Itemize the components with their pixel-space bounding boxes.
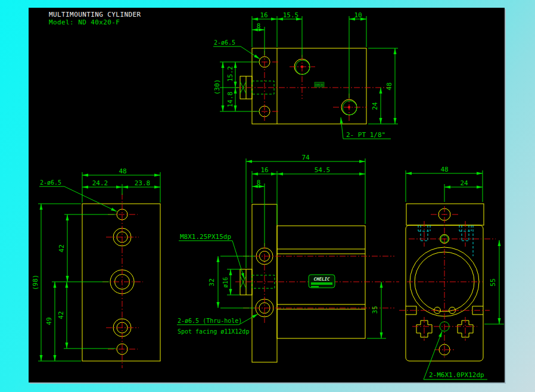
dim-49-label: 49 <box>45 317 53 325</box>
top-view-dimensions: 16 15.5 10 8 (30) 15.2 14.8 48 24 2-ø6.5 <box>213 11 398 139</box>
brand-stamp: CHELIC <box>309 275 335 288</box>
cad-application-background: { "title": { "name": "MULTIMOUNTING CYLI… <box>0 0 535 392</box>
side-view-plate-outline <box>82 204 160 361</box>
drawing-title: MULTIMOUNTING CYLINDER <box>49 11 141 18</box>
side-view-dimensions: 48 24.2 23.8 2-ø6.5 (98) 49 42 42 <box>32 167 160 361</box>
top-hole-callout: 2-ø6.5 <box>214 39 235 46</box>
dim-55-label: 55 <box>489 278 497 286</box>
dim-54-5-label: 54.5 <box>315 166 331 174</box>
title-block: MULTIMOUNTING CYLINDER Model: ND 40x20-F <box>49 11 141 26</box>
dim-dia16-label: ø16 <box>222 277 229 288</box>
side-hole-callout: 2-ø6.5 <box>40 179 61 186</box>
dim-23-8-label: 23.8 <box>135 179 151 187</box>
thru-hole-callout: 2-ø6.5 (Thru-hole) <box>178 318 242 324</box>
drawing-canvas[interactable]: MULTIMOUNTING CYLINDER Model: ND 40x20-F <box>29 8 505 382</box>
dim-14-8-label: 14.8 <box>226 92 234 108</box>
dim-98-label: (98) <box>32 275 39 291</box>
dim-16-label: 16 <box>260 166 268 174</box>
m6-thread-callout: 2-M6X1.0PX12dp <box>429 371 484 379</box>
brand-stamp-subline <box>311 286 319 288</box>
port-callout: 2- PT 1/8" <box>346 131 385 139</box>
top-view-geometry: CHELIC <box>236 48 391 124</box>
dim-24-2-label: 24.2 <box>92 179 108 187</box>
end-view: 48 24 55 2-M6X1.0PX12dp <box>399 166 504 379</box>
rod-thread-callout: M8X1.25PX15dp <box>180 233 231 241</box>
dim-48-label: 48 <box>440 166 448 173</box>
dim-8-label: 8 <box>257 22 261 30</box>
dim-48-label: 48 <box>119 167 126 175</box>
side-view: 48 24.2 23.8 2-ø6.5 (98) 49 42 42 <box>32 167 160 368</box>
brand-stamp-small-text: CHELIC <box>315 83 324 86</box>
front-view-dimensions: 74 16 54.5 8 M8X1.25PX15dp 32 ø16 2-ø6.5… <box>177 154 386 338</box>
dim-48-label: 48 <box>385 82 393 90</box>
dim-10-label: 10 <box>354 11 362 19</box>
dim-24-label: 24 <box>371 102 379 110</box>
dim-35-label: 35 <box>371 306 379 313</box>
dim-15-5-label: 15.5 <box>283 11 299 19</box>
end-view-dimensions: 48 24 55 2-M6X1.0PX12dp <box>406 166 504 379</box>
drawing-model: Model: ND 40x20-F <box>49 18 120 26</box>
brand-stamp-text: CHELIC <box>313 276 330 282</box>
dim-30-label: (30) <box>213 79 221 95</box>
spot-facing-callout: Spot facing ø11X12dp <box>178 328 249 335</box>
dim-24-label: 24 <box>460 179 468 187</box>
end-view-geometry <box>399 204 490 361</box>
dim-74-label: 74 <box>301 154 310 161</box>
brand-stamp-subline <box>311 282 332 285</box>
side-view-geometry <box>82 194 160 368</box>
dim-32-label: 32 <box>208 278 216 286</box>
cad-drawing: MULTIMOUNTING CYLINDER Model: ND 40x20-F <box>29 8 505 382</box>
dim-15-2-label: 15.2 <box>226 66 234 82</box>
dim-8-label: 8 <box>257 179 261 186</box>
dim-42-upper-label: 42 <box>58 244 66 252</box>
dim-42-lower-label: 42 <box>57 311 65 319</box>
front-view: CHELIC 74 16 54.5 8 M8X1.25PX15dp <box>177 154 399 362</box>
top-view: CHELIC 16 15.5 10 8 (30) 15.2 <box>213 11 398 139</box>
dim-16-label: 16 <box>260 11 268 19</box>
